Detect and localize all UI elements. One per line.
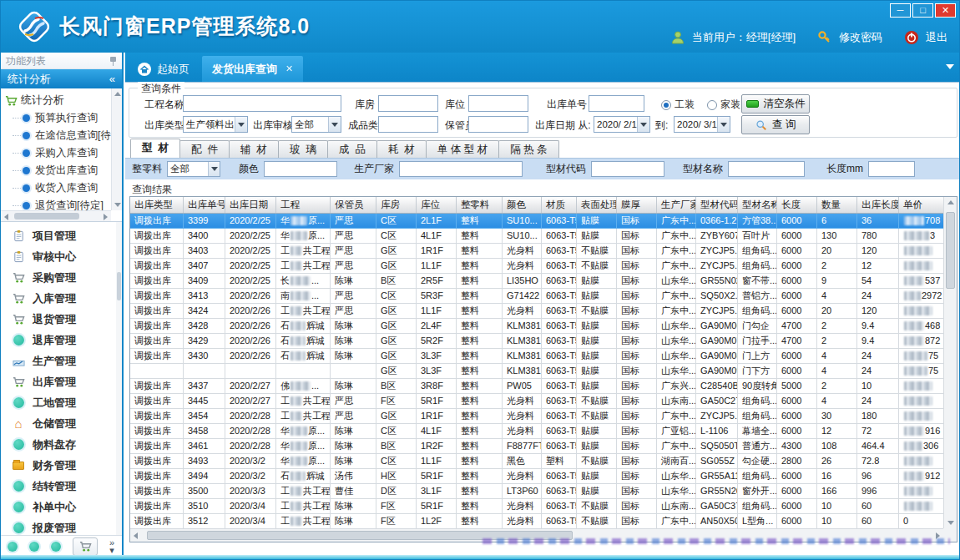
table-row[interactable]: G区3L3F整料KLM38176063-T5贴膜国标山东华...GA90M09.…	[130, 364, 943, 379]
table-row[interactable]: 调拨出库34612020/2/28华原...陈琳B区1R2F整料F8877FT6…	[130, 439, 943, 454]
column-header[interactable]: 库位	[417, 197, 457, 213]
column-header[interactable]: 颜色	[503, 197, 542, 213]
tab-shipment-outbound-query[interactable]: 发货出库查询 ✕	[202, 56, 303, 82]
table-row[interactable]: 调拨出库35002020/3/3工共工程曹佳D区3L1F整料LT3P606063…	[130, 484, 943, 499]
change-password-link[interactable]: 修改密码	[839, 30, 882, 45]
color-input[interactable]	[264, 161, 337, 177]
material-tab-单体型材[interactable]: 单 体 型 材	[426, 140, 499, 158]
tree-horizontal-scrollbar[interactable]	[1, 210, 111, 221]
project-name-input[interactable]	[183, 95, 341, 112]
sidebar-item-财务管理[interactable]: 财务管理	[1, 455, 122, 476]
column-header[interactable]: 数量	[817, 197, 857, 213]
sidebar-item-退库管理[interactable]: 退库管理	[1, 330, 122, 351]
material-tab-型材[interactable]: 型 材	[130, 139, 180, 158]
profile-code-input[interactable]	[591, 161, 664, 177]
column-header[interactable]: 库房	[376, 197, 417, 213]
material-tab-成品[interactable]: 成 品	[327, 140, 377, 158]
radio-workwear[interactable]: 工装	[661, 98, 695, 112]
material-tab-玻璃[interactable]: 玻 璃	[278, 140, 328, 158]
column-header[interactable]: 型材代码	[696, 197, 738, 213]
sidebar-item-报废管理[interactable]: 报废管理	[1, 517, 122, 535]
table-row[interactable]: 调拨出库34092020/2/25长...陈琳B区2R5F整料LI35HO606…	[130, 274, 943, 289]
tree-item[interactable]: 在途信息查询[待	[4, 127, 111, 144]
keeper-input[interactable]	[468, 116, 528, 133]
column-header[interactable]: 膜厚	[617, 197, 657, 213]
column-header[interactable]: 出库类型	[130, 197, 184, 213]
grid-vertical-scrollbar[interactable]	[943, 197, 957, 528]
date-from-picker[interactable]: 2020/ 2/16	[594, 116, 650, 133]
product-type-input[interactable]	[378, 116, 438, 133]
sidebar-item-工地管理[interactable]: 工地管理	[1, 392, 122, 413]
sidebar-item-项目管理[interactable]: 项目管理	[1, 225, 122, 246]
column-header[interactable]: 保管员	[331, 197, 376, 213]
table-row[interactable]: 调拨出库34942020/3/2石辉城汤伟H区5R1F整料光身料6063-T5贴…	[130, 469, 943, 484]
order-no-input[interactable]	[589, 95, 644, 112]
column-header[interactable]: 材质	[542, 197, 577, 213]
table-row[interactable]: 调拨出库35102020/3/4工共工程陈琳F区5R1F整料光身料6063-T5…	[130, 499, 943, 514]
table-row[interactable]: 调拨出库35122020/3/4工共工程陈琳F区1L2F整料光身料6063-T5…	[130, 514, 943, 528]
statistics-section-header[interactable]: 统计分析 «	[1, 69, 122, 88]
table-row[interactable]: 调拨出库34132020/2/26南...严思C区5R3F整料G71422606…	[130, 289, 943, 304]
material-tab-耗材[interactable]: 耗 材	[376, 140, 427, 158]
collapse-icon[interactable]: «	[109, 69, 115, 88]
tab-overflow-chevron-icon[interactable]	[946, 64, 954, 69]
column-header[interactable]: 出库日期	[225, 197, 276, 213]
profile-name-input[interactable]	[728, 161, 805, 177]
table-row[interactable]: 调拨出库34542020/2/28工共工程严思G区1R1F整料光身料6063-T…	[130, 409, 943, 424]
material-tab-配件[interactable]: 配 件	[179, 140, 230, 158]
more-modules-chevron[interactable]: »▾	[109, 539, 114, 554]
sidebar-item-入库管理[interactable]: 入库管理	[1, 288, 122, 309]
table-row[interactable]: 调拨出库34372020/2/27佛...陈琳B区3R8F整料PW056063-…	[130, 379, 943, 394]
tree-item[interactable]: 预算执行查询	[4, 109, 111, 127]
table-row[interactable]: 调拨出库34002020/2/25华原...严思C区4L1F整料SU10...6…	[130, 229, 943, 244]
pin-icon[interactable]	[109, 56, 117, 66]
table-row[interactable]: 调拨出库34072020/2/25工共工程严思G区1L1F整料光身料6063-T…	[130, 259, 943, 274]
cart-module-button[interactable]	[73, 537, 98, 556]
table-row[interactable]: 调拨出库34282020/2/26石辉城陈琳G区2L4F整料KLM3817606…	[130, 319, 943, 334]
table-row[interactable]: 调拨出库34242020/2/26工共工程严思G区1L1F整料光身料6063-T…	[130, 304, 943, 319]
dropdown-arrow-icon[interactable]	[208, 162, 220, 176]
sidebar-item-结转管理[interactable]: 结转管理	[1, 476, 122, 497]
tree-item[interactable]: 收货入库查询	[4, 179, 111, 197]
column-header[interactable]: 单价	[899, 197, 943, 213]
table-row[interactable]: 调拨出库34932020/3/2华原...陈琳C区1L1F整料黑色塑料不贴膜国标…	[130, 454, 943, 469]
table-row[interactable]: 调拨出库34452020/2/27工共工程严思F区5R1F整料光身料6063-T…	[130, 394, 943, 409]
sidebar-item-出库管理[interactable]: 出库管理	[1, 371, 122, 392]
tree-root-statistics[interactable]: 统计分析	[4, 91, 111, 109]
minimize-button[interactable]: ─	[890, 3, 911, 18]
column-header[interactable]: 生产厂家	[657, 197, 696, 213]
sidebar-item-退货管理[interactable]: 退货管理	[1, 309, 122, 330]
search-button[interactable]: 查 询	[741, 115, 810, 134]
date-to-picker[interactable]: 2020/ 3/16	[674, 116, 730, 133]
table-row[interactable]: 调拨出库34302020/2/26石辉城陈琳G区3L3F整料KLM3817606…	[130, 349, 943, 364]
table-row[interactable]: 调拨出库34582020/2/28华原...陈琳C区4L1F整料光身料6063-…	[130, 424, 943, 439]
manufacturer-input[interactable]	[399, 161, 523, 177]
column-header[interactable]: 整零料	[457, 197, 503, 213]
sidebar-item-生产管理[interactable]: 生产管理	[1, 351, 122, 371]
dropdown-arrow-icon[interactable]	[328, 117, 341, 132]
dropdown-arrow-icon[interactable]	[235, 117, 247, 132]
column-header[interactable]: 长度	[777, 197, 817, 213]
table-row[interactable]: 调拨出库33992020/2/25华原...严思C区2L1F整料SU10...6…	[130, 214, 943, 229]
tab-close-icon[interactable]: ✕	[285, 63, 293, 74]
clear-conditions-button[interactable]: 清空条件	[741, 94, 810, 114]
module-dot-icon[interactable]	[51, 542, 61, 552]
table-row[interactable]: 调拨出库34032020/2/25工共工程严思G区1R1F整料光身料6063-T…	[130, 244, 943, 259]
radio-home-decoration[interactable]: 家装	[707, 98, 740, 112]
logout-link[interactable]: 退出	[926, 30, 947, 45]
dropdown-arrow-icon[interactable]	[717, 117, 730, 132]
column-header[interactable]: 出库长度	[857, 197, 899, 213]
outbound-type-select[interactable]: 生产领料出库	[183, 116, 248, 133]
whole-piece-select[interactable]: 全部	[167, 161, 220, 177]
outbound-audit-select[interactable]: 全部	[291, 116, 341, 133]
column-header[interactable]: 型材名称	[738, 197, 777, 213]
dropdown-arrow-icon[interactable]	[637, 117, 649, 132]
maximize-button[interactable]: □	[912, 3, 933, 18]
sidebar-item-补单中心[interactable]: 补单中心	[1, 497, 122, 517]
warehouse-input[interactable]	[378, 95, 438, 112]
menu-scrollbar[interactable]	[116, 222, 122, 535]
column-header[interactable]: 出库单号	[184, 197, 225, 213]
table-row[interactable]: 调拨出库34292020/2/26石辉城陈琳G区5R2F整料KLM3817606…	[130, 334, 943, 349]
material-tab-隔热条[interactable]: 隔 热 条	[498, 140, 558, 158]
close-button[interactable]: ✕	[935, 3, 956, 18]
